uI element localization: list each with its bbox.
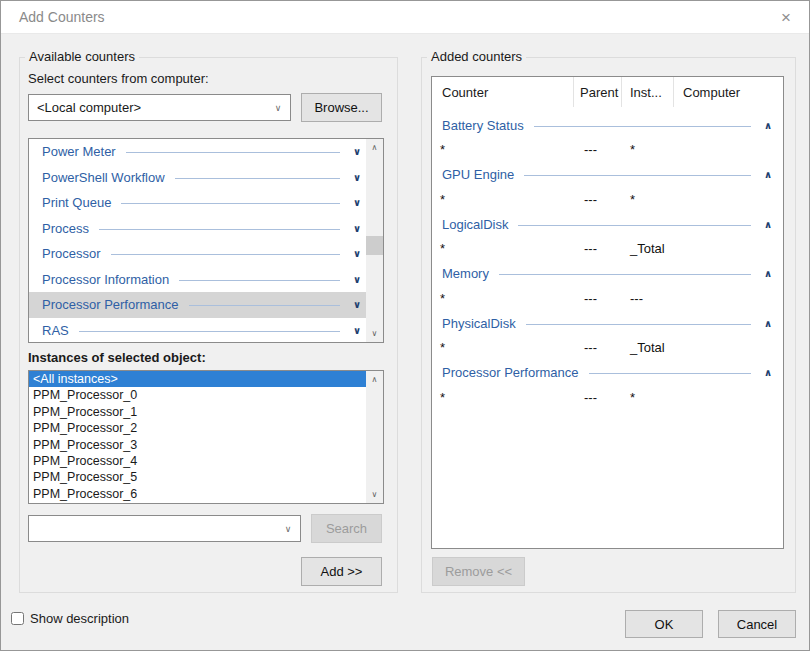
chevron-up-icon[interactable]: ∧ [761,268,775,279]
computer-combo[interactable]: <Local computer> ∨ [28,94,291,121]
chevron-down-icon[interactable]: ∨ [350,172,364,183]
added-group-values-row[interactable]: * --- --- [432,287,783,310]
cell-inst: * [622,390,674,405]
instance-list-item[interactable]: PPM_Processor_6 [29,486,366,502]
chevron-up-icon[interactable]: ∧ [761,219,775,230]
added-counter-group[interactable]: Memory ∧ * --- --- [432,261,783,311]
instance-list-item[interactable]: PPM_Processor_3 [29,437,366,453]
counters-list[interactable]: Power Meter ∨ PowerShell Workflow ∨ Prin… [28,138,384,343]
column-header-instance[interactable]: Inst... [622,77,674,107]
column-header-counter[interactable]: Counter [432,77,574,107]
dotted-rule [126,152,340,153]
added-table-header: Counter Parent Inst... Computer [432,77,783,107]
added-group-header[interactable]: Memory ∧ [432,261,783,287]
added-group-header[interactable]: Battery Status ∧ [432,112,783,138]
dotted-rule [518,225,751,226]
dotted-rule [121,203,340,204]
counter-list-item[interactable]: Process ∨ [29,216,366,242]
instances-list[interactable]: <All instances> PPM_Processor_0 PPM_Proc… [28,370,384,504]
instances-label: Instances of selected object: [28,350,206,365]
instance-list-item[interactable]: PPM_Processor_5 [29,469,366,485]
show-description-row: Show description [11,611,129,626]
added-group-values-row[interactable]: * --- * [432,188,783,211]
added-group-header[interactable]: LogicalDisk ∧ [432,211,783,237]
instance-list-item[interactable]: PPM_Processor_4 [29,453,366,469]
chevron-down-icon[interactable]: ∨ [350,146,364,157]
counters-scrollbar[interactable]: ∧ ∨ [366,139,383,342]
added-group-header[interactable]: GPU Engine ∧ [432,162,783,188]
chevron-down-icon[interactable]: ∨ [350,299,364,310]
cell-inst: * [622,142,674,157]
added-group-values-row[interactable]: * --- _Total [432,336,783,359]
counter-list-item[interactable]: RAS ∨ [29,318,366,344]
added-counter-group[interactable]: Processor Performance ∧ * --- * [432,360,783,410]
show-description-label[interactable]: Show description [30,611,129,626]
scroll-up-icon[interactable]: ∧ [366,139,383,156]
instance-list-item[interactable]: PPM_Processor_0 [29,387,366,403]
counter-name: Print Queue [42,195,111,210]
chevron-up-icon[interactable]: ∧ [761,367,775,378]
scroll-thumb[interactable] [366,236,383,255]
chevron-up-icon[interactable]: ∧ [761,120,775,131]
instance-list-item[interactable]: PPM_Processor_1 [29,404,366,420]
counter-list-item[interactable]: Processor Performance ∨ [29,292,366,318]
scroll-down-icon[interactable]: ∨ [366,325,383,342]
added-counters-table: Counter Parent Inst... Computer Battery … [431,76,784,549]
cancel-button[interactable]: Cancel [718,610,796,638]
added-group-header[interactable]: Processor Performance ∧ [432,360,783,386]
added-group-values-row[interactable]: * --- _Total [432,237,783,260]
chevron-down-icon[interactable]: ∨ [350,197,364,208]
column-header-computer[interactable]: Computer [674,77,783,107]
counter-list-item[interactable]: Processor Information ∨ [29,267,366,293]
dotted-rule [111,254,340,255]
counter-list-item[interactable]: Processor ∨ [29,241,366,267]
add-counters-dialog: Add Counters × Available counters Added … [0,0,810,651]
scroll-down-icon[interactable]: ∨ [366,486,383,503]
chevron-down-icon[interactable]: ∨ [276,524,300,534]
counter-list-item[interactable]: Power Meter ∨ [29,139,366,165]
instance-label: PPM_Processor_4 [33,454,137,468]
added-counter-group[interactable]: GPU Engine ∧ * --- * [432,162,783,212]
chevron-down-icon[interactable]: ∨ [350,248,364,259]
chevron-down-icon[interactable]: ∨ [350,325,364,336]
instances-list-items: <All instances> PPM_Processor_0 PPM_Proc… [29,371,366,502]
ok-button[interactable]: OK [625,610,703,638]
added-counter-group[interactable]: Battery Status ∧ * --- * [432,112,783,162]
chevron-down-icon[interactable]: ∨ [350,274,364,285]
chevron-down-icon[interactable]: ∨ [350,223,364,234]
close-icon[interactable]: × [773,5,799,31]
chevron-down-icon[interactable]: ∨ [266,103,290,113]
search-button[interactable]: Search [311,514,382,543]
counter-name: Processor Information [42,272,169,287]
cell-parent: --- [574,192,622,207]
counter-name: Power Meter [42,144,116,159]
add-button[interactable]: Add >> [301,557,382,586]
counter-list-item[interactable]: Print Queue ∨ [29,190,366,216]
show-description-checkbox[interactable] [11,612,24,625]
added-counter-group[interactable]: LogicalDisk ∧ * --- _Total [432,211,783,261]
added-counter-group[interactable]: PhysicalDisk ∧ * --- _Total [432,310,783,360]
cell-inst: _Total [622,241,674,256]
instance-label: PPM_Processor_5 [33,470,137,484]
counter-name: Process [42,221,89,236]
chevron-up-icon[interactable]: ∧ [761,318,775,329]
chevron-up-icon[interactable]: ∧ [761,169,775,180]
dotted-rule [526,324,751,325]
column-header-parent[interactable]: Parent [574,77,622,107]
instance-label: PPM_Processor_6 [33,487,137,501]
cell-inst: _Total [622,340,674,355]
added-group-values-row[interactable]: * --- * [432,386,783,409]
added-group-header[interactable]: PhysicalDisk ∧ [432,310,783,336]
dotted-rule [534,126,751,127]
counter-list-item[interactable]: PowerShell Workflow ∨ [29,165,366,191]
remove-button[interactable]: Remove << [432,557,525,586]
instance-search-combo[interactable]: ∨ [28,515,301,542]
scroll-up-icon[interactable]: ∧ [366,371,383,388]
dotted-rule [589,373,751,374]
instance-list-item[interactable]: PPM_Processor_2 [29,420,366,436]
instance-list-item[interactable]: <All instances> [29,371,366,387]
added-group-values-row[interactable]: * --- * [432,138,783,161]
instance-label: PPM_Processor_1 [33,405,137,419]
instances-scrollbar[interactable]: ∧ ∨ [366,371,383,503]
browse-button[interactable]: Browse... [301,93,382,122]
